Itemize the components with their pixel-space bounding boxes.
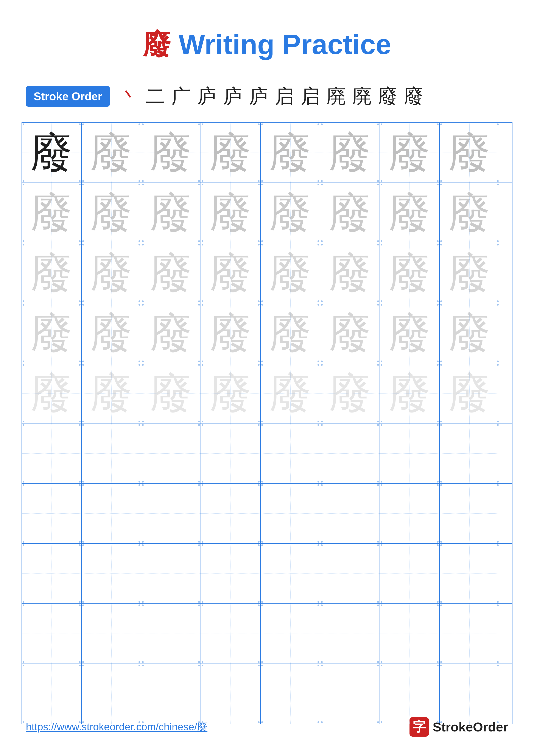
grid-cell-9-4[interactable] bbox=[201, 604, 261, 663]
grid-cell-2-5[interactable]: 廢 bbox=[261, 183, 320, 243]
grid-cell-1-7[interactable]: 廢 bbox=[380, 123, 440, 182]
grid-cell-9-1[interactable] bbox=[22, 604, 82, 663]
grid-cell-1-1[interactable]: 廢 bbox=[22, 123, 82, 182]
grid-cell-5-7[interactable]: 廢 bbox=[380, 363, 440, 423]
stroke-4: 庐 bbox=[194, 83, 220, 109]
grid-cell-8-2[interactable] bbox=[82, 544, 141, 604]
grid-cell-5-8[interactable]: 廢 bbox=[440, 363, 499, 423]
grid-row-3: 廢 廢 廢 廢 廢 廢 廢 廢 bbox=[22, 243, 512, 303]
grid-cell-3-6[interactable]: 廢 bbox=[320, 243, 380, 303]
grid-cell-10-6[interactable] bbox=[320, 664, 380, 724]
logo-icon: 字 bbox=[410, 717, 429, 737]
grid-cell-5-3[interactable]: 廢 bbox=[141, 363, 201, 423]
grid-cell-10-8[interactable] bbox=[440, 664, 499, 724]
grid-cell-3-3[interactable]: 廢 bbox=[141, 243, 201, 303]
grid-cell-9-2[interactable] bbox=[82, 604, 141, 663]
grid-cell-3-8[interactable]: 廢 bbox=[440, 243, 499, 303]
grid-cell-9-8[interactable] bbox=[440, 604, 499, 663]
practice-char: 廢 bbox=[389, 312, 431, 354]
grid-cell-9-5[interactable] bbox=[261, 604, 320, 663]
grid-cell-4-7[interactable]: 廢 bbox=[380, 303, 440, 363]
stroke-5: 庐 bbox=[220, 83, 245, 109]
grid-cell-10-5[interactable] bbox=[261, 664, 320, 724]
stroke-7: 启 bbox=[271, 83, 297, 109]
grid-cell-2-3[interactable]: 廢 bbox=[141, 183, 201, 243]
grid-cell-1-5[interactable]: 廢 bbox=[261, 123, 320, 182]
grid-cell-4-6[interactable]: 廢 bbox=[320, 303, 380, 363]
grid-cell-10-4[interactable] bbox=[201, 664, 261, 724]
practice-char: 廢 bbox=[210, 312, 252, 354]
grid-cell-7-5[interactable] bbox=[261, 484, 320, 543]
stroke-order-row: Stroke Order 丶 二 广 庐 庐 庐 启 启 廃 廃 廢 廢 bbox=[0, 77, 534, 118]
grid-cell-6-7[interactable] bbox=[380, 423, 440, 483]
grid-cell-8-4[interactable] bbox=[201, 544, 261, 604]
grid-cell-3-5[interactable]: 廢 bbox=[261, 243, 320, 303]
grid-cell-9-3[interactable] bbox=[141, 604, 201, 663]
grid-cell-1-6[interactable]: 廢 bbox=[320, 123, 380, 182]
grid-cell-4-1[interactable]: 廢 bbox=[22, 303, 82, 363]
grid-cell-6-4[interactable] bbox=[201, 423, 261, 483]
grid-cell-5-2[interactable]: 廢 bbox=[82, 363, 141, 423]
grid-cell-2-1[interactable]: 廢 bbox=[22, 183, 82, 243]
grid-cell-8-6[interactable] bbox=[320, 544, 380, 604]
grid-cell-4-4[interactable]: 廢 bbox=[201, 303, 261, 363]
grid-cell-6-6[interactable] bbox=[320, 423, 380, 483]
grid-cell-9-6[interactable] bbox=[320, 604, 380, 663]
grid-cell-6-5[interactable] bbox=[261, 423, 320, 483]
grid-cell-5-4[interactable]: 廢 bbox=[201, 363, 261, 423]
grid-cell-3-1[interactable]: 廢 bbox=[22, 243, 82, 303]
practice-char: 廢 bbox=[269, 372, 311, 414]
grid-cell-1-3[interactable]: 廢 bbox=[141, 123, 201, 182]
stroke-8: 启 bbox=[297, 83, 323, 109]
grid-cell-7-2[interactable] bbox=[82, 484, 141, 543]
grid-cell-7-3[interactable] bbox=[141, 484, 201, 543]
grid-row-4: 廢 廢 廢 廢 廢 廢 廢 廢 bbox=[22, 303, 512, 363]
grid-cell-5-6[interactable]: 廢 bbox=[320, 363, 380, 423]
grid-cell-3-4[interactable]: 廢 bbox=[201, 243, 261, 303]
grid-cell-8-7[interactable] bbox=[380, 544, 440, 604]
grid-cell-8-5[interactable] bbox=[261, 544, 320, 604]
grid-cell-2-2[interactable]: 廢 bbox=[82, 183, 141, 243]
grid-cell-6-8[interactable] bbox=[440, 423, 499, 483]
grid-cell-2-8[interactable]: 廢 bbox=[440, 183, 499, 243]
grid-cell-8-8[interactable] bbox=[440, 544, 499, 604]
practice-char: 廢 bbox=[90, 252, 132, 294]
grid-cell-10-3[interactable] bbox=[141, 664, 201, 724]
grid-cell-1-2[interactable]: 廢 bbox=[82, 123, 141, 182]
grid-cell-2-4[interactable]: 廢 bbox=[201, 183, 261, 243]
practice-char: 廢 bbox=[448, 192, 491, 234]
grid-cell-10-2[interactable] bbox=[82, 664, 141, 724]
grid-cell-3-7[interactable]: 廢 bbox=[380, 243, 440, 303]
grid-cell-2-7[interactable]: 廢 bbox=[380, 183, 440, 243]
grid-cell-4-2[interactable]: 廢 bbox=[82, 303, 141, 363]
practice-char: 廢 bbox=[269, 252, 311, 294]
grid-cell-5-1[interactable]: 廢 bbox=[22, 363, 82, 423]
grid-cell-6-1[interactable] bbox=[22, 423, 82, 483]
grid-cell-7-7[interactable] bbox=[380, 484, 440, 543]
grid-cell-6-3[interactable] bbox=[141, 423, 201, 483]
stroke-order-badge: Stroke Order bbox=[26, 86, 110, 107]
grid-cell-8-1[interactable] bbox=[22, 544, 82, 604]
grid-row-9 bbox=[22, 604, 512, 664]
grid-cell-3-2[interactable]: 廢 bbox=[82, 243, 141, 303]
footer-url[interactable]: https://www.strokeorder.com/chinese/廢 bbox=[26, 720, 207, 734]
grid-cell-4-3[interactable]: 廢 bbox=[141, 303, 201, 363]
grid-cell-1-4[interactable]: 廢 bbox=[201, 123, 261, 182]
grid-cell-4-8[interactable]: 廢 bbox=[440, 303, 499, 363]
grid-cell-5-5[interactable]: 廢 bbox=[261, 363, 320, 423]
grid-cell-1-8[interactable]: 廢 bbox=[440, 123, 499, 182]
grid-cell-7-4[interactable] bbox=[201, 484, 261, 543]
grid-cell-10-1[interactable] bbox=[22, 664, 82, 724]
practice-char: 廢 bbox=[90, 312, 132, 354]
grid-cell-7-1[interactable] bbox=[22, 484, 82, 543]
grid-cell-4-5[interactable]: 廢 bbox=[261, 303, 320, 363]
grid-cell-7-6[interactable] bbox=[320, 484, 380, 543]
grid-cell-8-3[interactable] bbox=[141, 544, 201, 604]
practice-char: 廢 bbox=[389, 372, 431, 414]
grid-cell-7-8[interactable] bbox=[440, 484, 499, 543]
grid-cell-6-2[interactable] bbox=[82, 423, 141, 483]
grid-cell-2-6[interactable]: 廢 bbox=[320, 183, 380, 243]
stroke-9: 廃 bbox=[323, 83, 349, 109]
grid-cell-9-7[interactable] bbox=[380, 604, 440, 663]
grid-cell-10-7[interactable] bbox=[380, 664, 440, 724]
